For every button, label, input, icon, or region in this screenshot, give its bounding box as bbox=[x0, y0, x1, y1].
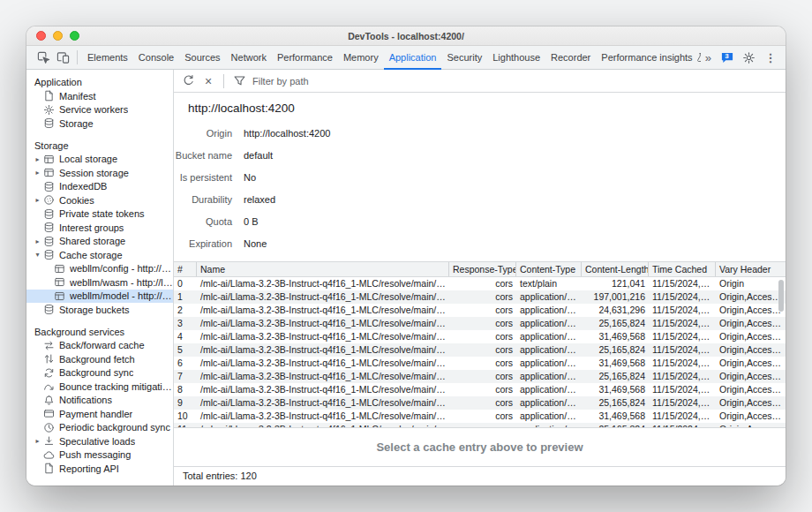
sidebar-item-speculative-loads[interactable]: ▸Speculative loads bbox=[26, 434, 173, 448]
cache-entry-row[interactable]: 6/mlc-ai/Llama-3.2-3B-Instruct-q4f16_1-M… bbox=[174, 357, 786, 370]
cache-entry-row[interactable]: 9/mlc-ai/Llama-3.2-3B-Instruct-q4f16_1-M… bbox=[174, 396, 786, 410]
sidebar-item-private-state-tokens[interactable]: Private state tokens bbox=[26, 207, 173, 222]
toolbar-separator bbox=[223, 74, 224, 88]
chevron-right-icon[interactable]: ▸ bbox=[33, 155, 42, 163]
cache-entry-row[interactable]: 5/mlc-ai/Llama-3.2-3B-Instruct-q4f16_1-M… bbox=[174, 343, 786, 357]
cache-toolbar: × bbox=[174, 70, 786, 93]
cell-content-length: 197,001,216 bbox=[582, 290, 649, 304]
cache-entry-row[interactable]: 10/mlc-ai/Llama-3.2-3B-Instruct-q4f16_1-… bbox=[174, 410, 786, 423]
cell-name: /mlc-ai/Llama-3.2-3B-Instruct-q4f16_1-ML… bbox=[197, 383, 449, 396]
sidebar-item-label: Manifest bbox=[59, 91, 96, 102]
sidebar-item-label: Local storage bbox=[59, 154, 117, 164]
tab-network[interactable]: Network bbox=[226, 46, 272, 70]
swap-icon bbox=[43, 340, 55, 351]
cache-entry-row[interactable]: 2/mlc-ai/Llama-3.2-3B-Instruct-q4f16_1-M… bbox=[174, 304, 786, 317]
sidebar-item-bounce-tracking-mitigations[interactable]: Bounce tracking mitigations bbox=[26, 380, 173, 394]
cell-time-cached: 11/15/2024, 10… bbox=[649, 396, 716, 410]
tab-recorder[interactable]: Recorder bbox=[545, 46, 596, 70]
cache-entry-row[interactable]: 0/mlc-ai/Llama-3.2-3B-Instruct-q4f16_1-M… bbox=[174, 277, 786, 290]
refresh-button[interactable] bbox=[178, 72, 198, 91]
cache-entry-row[interactable]: 8/mlc-ai/Llama-3.2-3B-Instruct-q4f16_1-M… bbox=[174, 383, 786, 396]
download-icon bbox=[43, 435, 55, 447]
cell-index: 7 bbox=[174, 370, 197, 383]
sidebar-item-reporting-api[interactable]: Reporting API bbox=[26, 462, 173, 476]
filter-button[interactable] bbox=[229, 72, 249, 91]
sidebar-item-push-messaging[interactable]: Push messaging bbox=[26, 448, 173, 463]
tab-label: Security bbox=[447, 46, 482, 69]
chevron-down-icon[interactable]: ▾ bbox=[33, 251, 42, 259]
device-toolbar-icon[interactable] bbox=[53, 48, 72, 67]
cell-content-type: application/oc… bbox=[516, 330, 582, 343]
sidebar-item-webllm-wasm[interactable]: webllm/wasm - http://loca… bbox=[26, 275, 173, 290]
cell-response-type: cors bbox=[449, 423, 516, 427]
table-scrollbar-thumb[interactable] bbox=[778, 280, 784, 312]
cell-response-type: cors bbox=[449, 304, 516, 317]
more-tabs-chevron-icon[interactable]: » bbox=[701, 51, 716, 64]
sidebar-item-service-workers[interactable]: Service workers bbox=[26, 103, 173, 117]
column-header-response-type[interactable]: Response-Type bbox=[449, 262, 516, 276]
meta-value: None bbox=[244, 238, 267, 249]
sidebar-item-cache-storage[interactable]: ▾Cache storage bbox=[26, 248, 173, 262]
sidebar-item-local-storage[interactable]: ▸Local storage bbox=[26, 153, 173, 167]
sidebar-item-webllm-model[interactable]: webllm/model - http://loc… bbox=[26, 290, 173, 304]
chevron-right-icon[interactable]: ▸ bbox=[33, 196, 42, 204]
filter-by-path-input[interactable] bbox=[252, 76, 447, 87]
sidebar-item-payment-handler[interactable]: Payment handler bbox=[26, 407, 173, 421]
sidebar-item-storage-buckets[interactable]: Storage buckets bbox=[26, 303, 173, 317]
meta-label: Bucket name bbox=[174, 150, 232, 161]
cell-response-type: cors bbox=[449, 410, 516, 423]
cache-entry-row[interactable]: 3/mlc-ai/Llama-3.2-3B-Instruct-q4f16_1-M… bbox=[174, 317, 786, 330]
issues-count-badge[interactable]: 3 bbox=[720, 51, 734, 64]
sidebar-item-background-sync[interactable]: Background sync bbox=[26, 366, 173, 380]
sidebar-item-shared-storage[interactable]: ▸Shared storage bbox=[26, 235, 173, 249]
kebab-menu-icon[interactable]: ⋮ bbox=[761, 48, 780, 67]
tab-security[interactable]: Security bbox=[441, 46, 487, 70]
sidebar-item-notifications[interactable]: Notifications bbox=[26, 394, 173, 408]
cache-entry-row[interactable]: 4/mlc-ai/Llama-3.2-3B-Instruct-q4f16_1-M… bbox=[174, 330, 786, 343]
tab-performance-insights[interactable]: Performance insights bbox=[596, 46, 700, 70]
column-header-time-cached[interactable]: Time Cached bbox=[649, 262, 716, 276]
sidebar-item-back-forward-cache[interactable]: Back/forward cache bbox=[26, 339, 173, 353]
table-header-row: #NameResponse-TypeContent-TypeContent-Le… bbox=[174, 262, 786, 277]
tab-console[interactable]: Console bbox=[133, 46, 179, 70]
tab-elements[interactable]: Elements bbox=[82, 46, 133, 70]
column-header-content-type[interactable]: Content-Type bbox=[516, 262, 582, 276]
document-icon bbox=[43, 463, 55, 474]
cell-name: /mlc-ai/Llama-3.2-3B-Instruct-q4f16_1-ML… bbox=[197, 330, 449, 343]
cell-content-length: 24,631,296 bbox=[582, 304, 649, 317]
sync-icon bbox=[43, 367, 55, 379]
sidebar-item-label: Storage bbox=[59, 118, 94, 129]
cache-metadata: Originhttp://localhost:4200Bucket namede… bbox=[174, 119, 786, 261]
column-header-content-length[interactable]: Content-Length bbox=[582, 262, 649, 276]
sidebar-item-storage[interactable]: Storage bbox=[26, 117, 173, 131]
column-header-name[interactable]: Name bbox=[197, 262, 449, 276]
tab-application[interactable]: Application bbox=[384, 46, 442, 70]
cache-entry-row[interactable]: 7/mlc-ai/Llama-3.2-3B-Instruct-q4f16_1-M… bbox=[174, 370, 786, 383]
sidebar-item-indexeddb[interactable]: IndexedDB bbox=[26, 180, 173, 194]
sidebar-item-background-fetch[interactable]: Background fetch bbox=[26, 352, 173, 366]
delete-selected-button[interactable]: × bbox=[199, 72, 218, 91]
window-titlebar[interactable]: DevTools - localhost:4200/ bbox=[26, 26, 786, 46]
tab-sources[interactable]: Sources bbox=[179, 46, 225, 70]
sidebar-item-periodic-background-sync[interactable]: Periodic background sync bbox=[26, 421, 173, 435]
column-header-vary-header[interactable]: Vary Header bbox=[716, 262, 786, 276]
sidebar-item-webllm-config[interactable]: webllm/config - http://loc… bbox=[26, 262, 173, 276]
column-header-index[interactable]: # bbox=[174, 262, 197, 276]
tab-memory[interactable]: Memory bbox=[338, 46, 384, 70]
chevron-right-icon[interactable]: ▸ bbox=[33, 237, 42, 245]
tab-performance[interactable]: Performance bbox=[272, 46, 338, 70]
cache-entry-row[interactable]: 1/mlc-ai/Llama-3.2-3B-Instruct-q4f16_1-M… bbox=[174, 290, 786, 304]
chevron-right-icon[interactable]: ▸ bbox=[33, 437, 42, 445]
inspect-element-icon[interactable] bbox=[34, 48, 53, 67]
settings-gear-icon[interactable] bbox=[739, 48, 758, 67]
inspect-cursor-icon bbox=[37, 51, 50, 64]
chevron-right-icon[interactable]: ▸ bbox=[33, 169, 42, 177]
sidebar-item-interest-groups[interactable]: Interest groups bbox=[26, 221, 173, 235]
cache-entry-row[interactable]: 11/mlc-ai/Llama-3.2-3B-Instruct-q4f16_1-… bbox=[174, 423, 786, 427]
tab-lighthouse[interactable]: Lighthouse bbox=[487, 46, 545, 70]
cell-name: /mlc-ai/Llama-3.2-3B-Instruct-q4f16_1-ML… bbox=[197, 277, 449, 290]
sidebar-item-session-storage[interactable]: ▸Session storage bbox=[26, 166, 173, 180]
sidebar-item-cookies[interactable]: ▸Cookies bbox=[26, 193, 173, 207]
meta-label: Durability bbox=[174, 194, 232, 205]
sidebar-item-manifest[interactable]: Manifest bbox=[26, 89, 173, 103]
